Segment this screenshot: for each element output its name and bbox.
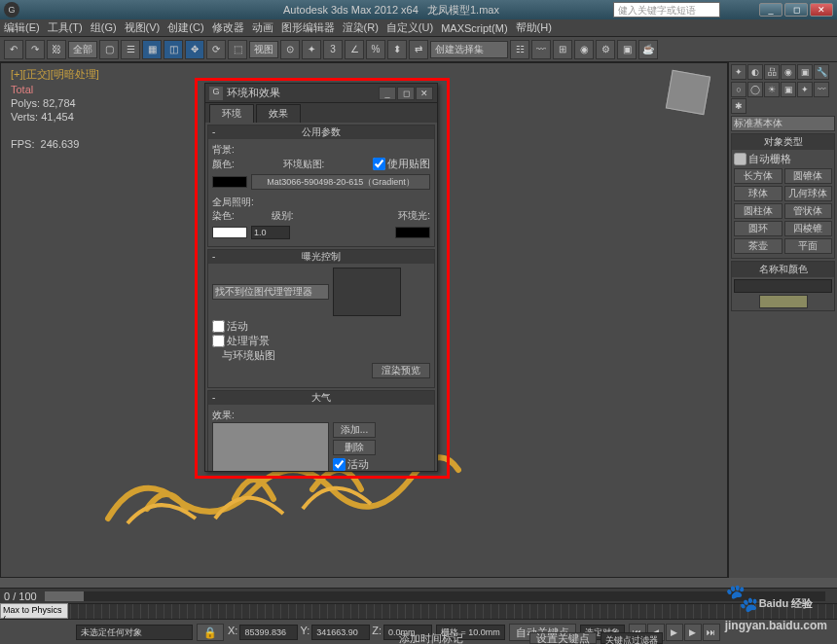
object-name-input[interactable] [734,279,832,293]
restore-button[interactable]: ◻ [784,3,808,17]
systems-icon[interactable]: ✱ [731,98,746,114]
render-button[interactable]: ☕ [638,40,658,59]
window-crossing-button[interactable]: ◫ [164,40,183,59]
named-selection-dropdown[interactable]: 创建选择集 [430,41,508,58]
spacewarps-icon[interactable]: 〰 [814,82,829,97]
torus-button[interactable]: 圆环 [734,221,782,236]
spinner-snap-button[interactable]: ⬍ [387,40,407,59]
viewport-label[interactable]: [+][正交][明暗处理] [11,67,99,82]
link-button[interactable]: ⛓ [47,40,66,59]
next-frame-button[interactable]: ▶ [684,624,702,641]
autogrid-checkbox[interactable] [734,153,746,165]
common-params-rollup[interactable]: 公用参数 [208,125,434,139]
minimize-button[interactable]: _ [759,3,782,17]
goto-end-button[interactable]: ⏭ [703,624,720,641]
menu-edit[interactable]: 编辑(E) [4,20,40,35]
dialog-close-button[interactable]: ✕ [416,87,433,100]
material-button[interactable]: ◉ [574,40,594,59]
layer-button[interactable]: ☷ [510,40,529,59]
angle-snap-button[interactable]: ∠ [345,40,364,59]
geometry-type-dropdown[interactable]: 标准基本体 [731,116,835,131]
bgcolor-swatch[interactable] [212,176,247,188]
x-coord-input[interactable]: 85399.836 [239,625,298,640]
dialog-maximize-button[interactable]: ◻ [397,87,415,100]
menu-render[interactable]: 渲染(R) [343,20,379,35]
pyramid-button[interactable]: 四棱锥 [784,221,833,236]
cameras-icon[interactable]: ▣ [781,82,796,97]
plane-button[interactable]: 平面 [784,238,833,254]
menu-graph[interactable]: 图形编辑器 [281,20,335,35]
tint-swatch[interactable] [212,227,247,238]
motion-tab-icon[interactable]: ◉ [781,64,796,80]
center-button[interactable]: ⊙ [280,40,300,59]
effects-list[interactable] [212,422,329,471]
undo-button[interactable]: ↶ [4,40,23,59]
object-type-rollup[interactable]: 对象类型 [732,134,834,150]
lock-icon[interactable]: 🔒 [197,624,224,641]
render-frame-button[interactable]: ▣ [617,40,637,59]
usemap-checkbox[interactable] [373,158,385,170]
geometry-icon[interactable]: ○ [731,82,746,97]
box-button[interactable]: 长方体 [734,168,782,184]
tab-environment[interactable]: 环境 [209,104,254,123]
exposure-rollup[interactable]: 曝光控制 [208,250,434,264]
setkey-button[interactable]: 设置关键点 [529,632,597,644]
menu-view[interactable]: 视图(V) [125,20,161,35]
schematic-button[interactable]: ⊞ [553,40,572,59]
atmosphere-rollup[interactable]: 大气 [208,391,434,405]
time-slider[interactable]: 0 / 100 [0,588,837,603]
object-color-swatch[interactable] [759,295,808,308]
sphere-button[interactable]: 球体 [734,186,782,201]
tab-effects[interactable]: 效果 [256,104,301,123]
menu-tools[interactable]: 工具(T) [48,20,83,35]
play-button[interactable]: ▶ [666,624,683,641]
select-button[interactable]: ▢ [99,40,119,59]
menu-customize[interactable]: 自定义(U) [386,20,433,35]
exposure-dropdown[interactable]: 找不到位图代理管理器 [212,284,329,300]
exposure-active-checkbox[interactable] [212,320,225,333]
shapes-icon[interactable]: ◯ [747,82,763,97]
redo-button[interactable]: ↷ [25,40,45,59]
create-tab-icon[interactable]: ✦ [731,64,746,80]
dialog-titlebar[interactable]: G 环境和效果 _ ◻ ✕ [205,84,437,103]
keyfilters-button[interactable]: 关键点过滤器 [600,632,663,644]
manip-button[interactable]: ✦ [302,40,321,59]
mirror-button[interactable]: ⇄ [409,40,428,59]
cone-button[interactable]: 圆锥体 [784,168,833,184]
envmap-button[interactable]: Mat3066-590498-20-615（Gradient） [251,174,430,190]
rotate-button[interactable]: ⟳ [206,40,226,59]
help-search-input[interactable]: 健入关键字或短语 [613,2,720,18]
ambient-swatch[interactable] [395,227,430,238]
scale-button[interactable]: ⬚ [228,40,247,59]
curve-editor-button[interactable]: 〰 [531,40,551,59]
snap-button[interactable]: 3 [323,40,343,59]
menu-modifiers[interactable]: 修改器 [212,20,244,35]
ref-coord-dropdown[interactable]: 视图 [249,41,278,58]
name-color-rollup[interactable]: 名称和颜色 [732,262,834,277]
addtime-label[interactable]: 添加时间标记 [399,631,463,645]
menu-maxscript[interactable]: MAXScript(M) [441,22,507,34]
add-effect-button[interactable]: 添加... [333,422,376,438]
process-bg-checkbox[interactable] [212,335,225,347]
menu-group[interactable]: 组(G) [91,20,117,35]
render-setup-button[interactable]: ⚙ [596,40,615,59]
render-preview-button[interactable]: 渲染预览 [372,363,430,378]
maxscript-listener[interactable]: Max to Physics ( [0,603,68,619]
menu-help[interactable]: 帮助(H) [516,20,552,35]
tube-button[interactable]: 管状体 [784,203,833,219]
trackbar[interactable] [0,603,837,619]
utilities-tab-icon[interactable]: 🔧 [814,64,829,80]
menu-create[interactable]: 创建(C) [167,20,203,35]
cylinder-button[interactable]: 圆柱体 [734,203,782,219]
select-region-button[interactable]: ▦ [142,40,162,59]
modify-tab-icon[interactable]: ◐ [747,64,763,80]
helpers-icon[interactable]: ✦ [797,82,813,97]
y-coord-input[interactable]: 341663.90 [311,625,370,640]
percent-snap-button[interactable]: % [366,40,385,59]
lights-icon[interactable]: ☀ [764,82,780,97]
close-button[interactable]: ✕ [810,3,833,17]
geosphere-button[interactable]: 几何球体 [784,186,833,201]
menu-animation[interactable]: 动画 [252,20,273,35]
viewcube[interactable] [666,70,710,115]
hierarchy-tab-icon[interactable]: 品 [764,64,780,80]
